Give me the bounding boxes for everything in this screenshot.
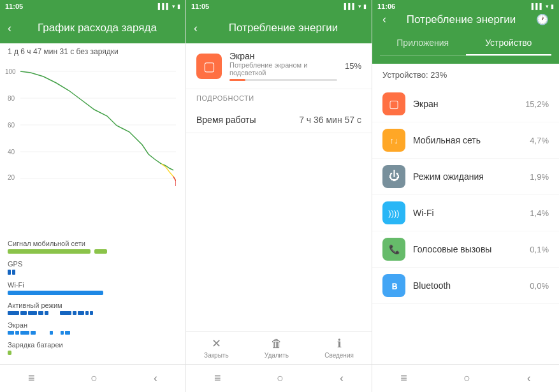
signal-icon-mid: ▌▌▌ bbox=[344, 3, 356, 10]
close-action-icon: ✕ bbox=[212, 337, 221, 351]
header-title-left: График расхода заряда bbox=[17, 22, 178, 34]
header-title-mid: Потребление энергии bbox=[203, 22, 364, 34]
back-button-mid[interactable]: ‹ bbox=[194, 22, 198, 35]
mobile-signal-label: Сигнал мобильной сети bbox=[8, 240, 178, 247]
gps-label: GPS bbox=[8, 260, 178, 268]
panel-charge-graph: 11:05 ▌▌▌ ▾ ▮ ‹ График расхода заряда 1 … bbox=[0, 0, 186, 392]
info-action-icon: ℹ bbox=[337, 337, 342, 351]
device-item-bluetooth[interactable]: ʙ Bluetooth 0,0% bbox=[372, 268, 559, 304]
status-time-mid: 11:05 bbox=[191, 3, 209, 10]
screen-device-pct: 15,2% bbox=[525, 99, 549, 109]
bottom-nav-mid: ≡ ○ ‹ bbox=[186, 364, 372, 392]
status-icons-mid: ▌▌▌ ▾ ▮ bbox=[344, 3, 367, 10]
bluetooth-device-icon-wrap: ʙ bbox=[382, 274, 405, 297]
device-item-standby[interactable]: ⏻ Режим ожидания 1,9% bbox=[372, 159, 559, 195]
detail-value-uptime: 7 ч 36 мин 57 с bbox=[299, 115, 361, 125]
svg-text:100: 100 bbox=[5, 68, 16, 75]
detail-row-uptime: Время работы 7 ч 36 мин 57 с bbox=[186, 107, 372, 133]
svg-text:20: 20 bbox=[8, 174, 15, 181]
header-left: ‹ График расхода заряда bbox=[0, 13, 185, 43]
voice-device-pct: 0,1% bbox=[530, 245, 549, 254]
energy-pct-screen: 15% bbox=[345, 61, 361, 71]
close-action-button[interactable]: ✕ Закрыть bbox=[204, 337, 229, 359]
status-icons-right: ▌▌▌ ▾ ▮ bbox=[532, 3, 554, 10]
screen-energy-icon: ▢ bbox=[203, 59, 215, 74]
device-percentage: Устройство: 23% bbox=[372, 64, 559, 86]
back-nav-button-left[interactable]: ‹ bbox=[149, 367, 163, 390]
panel-energy-consumption: 11:05 ▌▌▌ ▾ ▮ ‹ Потребление энергии ▢ Эк… bbox=[186, 0, 372, 392]
mobile-signal-row: Сигнал мобильной сети bbox=[8, 240, 178, 254]
device-item-screen[interactable]: ▢ Экран 15,2% bbox=[372, 86, 559, 122]
screen-label: Экран bbox=[8, 321, 178, 329]
spacer-mid bbox=[186, 133, 372, 331]
device-list: ▢ Экран 15,2% ↑↓ Мобильная сеть 4,7% ⏻ Р… bbox=[372, 86, 559, 304]
energy-sub-screen: Потребление экраном и подсветкой bbox=[229, 61, 337, 76]
device-item-mobile[interactable]: ↑↓ Мобильная сеть 4,7% bbox=[372, 122, 559, 159]
header-right: ‹ Потребление энергии 🕐 Приложения Устро… bbox=[372, 13, 559, 64]
signal-icon-right: ▌▌▌ bbox=[532, 3, 544, 10]
active-mode-row: Активный режим bbox=[8, 301, 178, 315]
svg-text:60: 60 bbox=[8, 122, 15, 129]
standby-device-name: Режим ожидания bbox=[413, 171, 522, 182]
voice-device-icon-wrap: 📞 bbox=[382, 238, 405, 261]
gps-dot bbox=[8, 270, 11, 275]
home-button-right[interactable]: ○ bbox=[458, 367, 476, 390]
wifi-icon-mid: ▾ bbox=[358, 3, 361, 10]
battery-icon-mid: ▮ bbox=[363, 3, 367, 10]
screen-device-name: Экран bbox=[413, 99, 518, 109]
wifi-device-name: Wi-Fi bbox=[413, 208, 522, 218]
energy-icon-wrap-screen: ▢ bbox=[196, 54, 222, 79]
home-button-mid[interactable]: ○ bbox=[272, 367, 289, 390]
screen-device-icon-wrap: ▢ bbox=[382, 92, 405, 115]
charging-label: Зарядка батареи bbox=[8, 341, 178, 349]
wifi-device-icon: )))) bbox=[388, 208, 399, 218]
menu-button-left[interactable]: ≡ bbox=[23, 367, 40, 390]
home-button-left[interactable]: ○ bbox=[85, 367, 103, 390]
info-action-label: Сведения bbox=[324, 352, 354, 359]
mobile-device-name: Мобильная сеть bbox=[413, 135, 522, 145]
info-action-button[interactable]: ℹ Сведения bbox=[324, 337, 354, 359]
device-item-voice[interactable]: 📞 Голосовые вызовы 0,1% bbox=[372, 231, 559, 268]
gps-dot2 bbox=[12, 270, 15, 275]
voice-device-name: Голосовые вызовы bbox=[413, 244, 522, 254]
signal-icon: ▌▌▌ bbox=[158, 3, 170, 10]
tab-applications[interactable]: Приложения bbox=[380, 31, 466, 55]
tab-device[interactable]: Устройство bbox=[466, 31, 552, 55]
wifi-row: Wi-Fi bbox=[8, 281, 178, 295]
mobile-device-icon-wrap: ↑↓ bbox=[382, 129, 405, 152]
screen-device-icon: ▢ bbox=[389, 98, 399, 111]
back-button-left[interactable]: ‹ bbox=[8, 22, 11, 35]
wifi-icon: ▾ bbox=[172, 3, 175, 10]
status-time-left: 11:05 bbox=[5, 3, 23, 10]
bluetooth-device-pct: 0,0% bbox=[530, 281, 549, 291]
energy-bar-fill-screen bbox=[229, 79, 245, 81]
mobile-device-pct: 4,7% bbox=[530, 136, 549, 145]
voice-device-icon: 📞 bbox=[389, 244, 400, 254]
menu-button-right[interactable]: ≡ bbox=[395, 367, 412, 390]
wifi-icon-right: ▾ bbox=[546, 3, 549, 10]
energy-bar-wrap-screen bbox=[229, 79, 337, 81]
clock-icon-right[interactable]: 🕐 bbox=[536, 13, 549, 25]
bluetooth-device-name: Bluetooth bbox=[413, 280, 522, 291]
bottom-actions-mid: ✕ Закрыть 🗑 Удалить ℹ Сведения bbox=[186, 331, 372, 364]
header-mid: ‹ Потребление энергии bbox=[186, 13, 372, 43]
panel-device-energy: 11:06 ▌▌▌ ▾ ▮ ‹ Потребление энергии 🕐 Пр… bbox=[372, 0, 559, 392]
status-bar-right: 11:06 ▌▌▌ ▾ ▮ bbox=[372, 0, 559, 13]
status-bar-mid: 11:05 ▌▌▌ ▾ ▮ bbox=[186, 0, 372, 13]
mobile-device-icon: ↑↓ bbox=[390, 136, 398, 145]
back-nav-button-mid[interactable]: ‹ bbox=[335, 367, 349, 390]
bottom-nav-right: ≡ ○ ‹ bbox=[372, 364, 559, 392]
bottom-nav-left: ≡ ○ ‹ bbox=[0, 364, 185, 392]
active-mode-label: Активный режим bbox=[8, 301, 178, 309]
mobile-signal-bar bbox=[8, 249, 91, 254]
status-time-right: 11:06 bbox=[377, 3, 395, 10]
top-energy-item[interactable]: ▢ Экран Потребление экраном и подсветкой… bbox=[186, 43, 372, 89]
menu-button-mid[interactable]: ≡ bbox=[209, 367, 226, 390]
wifi-label: Wi-Fi bbox=[8, 281, 178, 289]
back-nav-button-right[interactable]: ‹ bbox=[522, 367, 536, 390]
wifi-device-pct: 1,4% bbox=[530, 208, 549, 218]
device-item-wifi[interactable]: )))) Wi-Fi 1,4% bbox=[372, 195, 559, 231]
bluetooth-device-icon: ʙ bbox=[391, 280, 397, 292]
delete-action-button[interactable]: 🗑 Удалить bbox=[265, 337, 289, 359]
close-action-label: Закрыть bbox=[204, 352, 229, 359]
